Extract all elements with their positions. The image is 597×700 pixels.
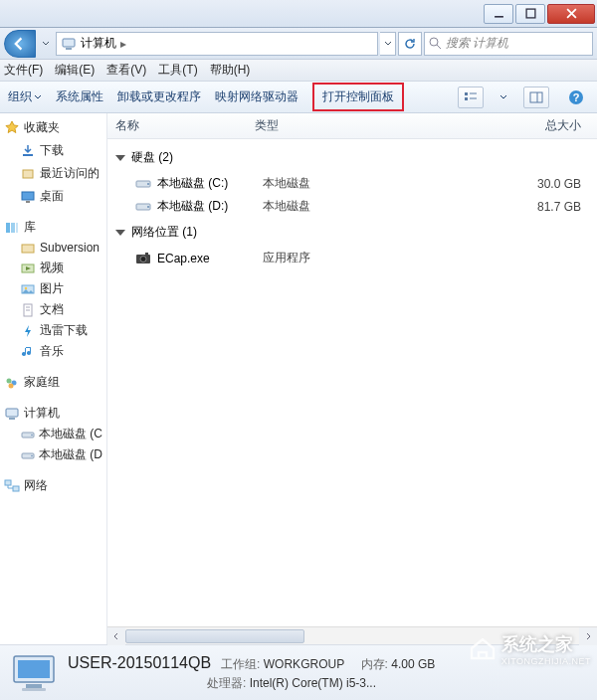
svg-rect-50 bbox=[26, 684, 42, 688]
list-item[interactable]: 本地磁盘 (D:) 本地磁盘 81.7 GB bbox=[107, 195, 597, 218]
svg-point-26 bbox=[25, 286, 27, 288]
column-headers[interactable]: 名称 类型 总大小 bbox=[107, 113, 597, 139]
svg-rect-5 bbox=[66, 48, 72, 50]
drive-icon bbox=[20, 447, 35, 463]
organize-button[interactable]: 组织 bbox=[8, 88, 42, 105]
menu-file[interactable]: 文件(F) bbox=[4, 62, 43, 79]
pictures-icon bbox=[20, 281, 36, 297]
download-icon bbox=[20, 143, 36, 159]
address-dropdown[interactable] bbox=[380, 32, 396, 56]
system-properties-button[interactable]: 系统属性 bbox=[56, 88, 103, 105]
menu-help[interactable]: 帮助(H) bbox=[210, 62, 251, 79]
svg-line-7 bbox=[437, 45, 441, 49]
svg-rect-8 bbox=[465, 92, 468, 95]
network-group[interactable]: 网络 bbox=[2, 475, 104, 496]
favorites-group[interactable]: 收藏夹 bbox=[2, 117, 104, 138]
search-input[interactable]: 搜索 计算机 bbox=[424, 32, 593, 56]
svg-rect-18 bbox=[22, 192, 34, 200]
main-area: 收藏夹 下载 最近访问的 桌面 库 Subversion 视频 图片 文档 迅雷… bbox=[0, 113, 597, 644]
search-placeholder: 搜索 计算机 bbox=[446, 35, 508, 52]
col-type[interactable]: 类型 bbox=[255, 117, 498, 134]
svg-rect-40 bbox=[13, 486, 19, 491]
address-bar-row: 计算机 ▸ 搜索 计算机 bbox=[0, 28, 597, 60]
nav-xunlei[interactable]: 迅雷下载 bbox=[2, 320, 104, 341]
svg-rect-1 bbox=[526, 9, 535, 18]
svg-rect-47 bbox=[145, 253, 148, 255]
nav-videos[interactable]: 视频 bbox=[2, 258, 104, 278]
recent-icon bbox=[20, 166, 36, 182]
svg-rect-33 bbox=[6, 409, 18, 417]
col-name[interactable]: 名称 bbox=[115, 117, 255, 134]
list-item[interactable]: 本地磁盘 (C:) 本地磁盘 30.0 GB bbox=[107, 172, 597, 195]
desktop-icon bbox=[20, 189, 36, 205]
nav-pictures[interactable]: 图片 bbox=[2, 278, 104, 299]
view-mode-button[interactable] bbox=[458, 87, 484, 108]
svg-rect-17 bbox=[23, 170, 33, 178]
svg-rect-20 bbox=[6, 223, 10, 233]
map-network-drive-button[interactable]: 映射网络驱动器 bbox=[215, 88, 298, 105]
watermark: 系统之家 XITONGZHIJIA.NET bbox=[468, 632, 591, 666]
title-bar bbox=[0, 0, 597, 28]
scroll-left-button[interactable] bbox=[107, 627, 125, 645]
collapse-icon bbox=[115, 155, 125, 161]
svg-rect-23 bbox=[22, 245, 34, 253]
computer-group[interactable]: 计算机 bbox=[2, 403, 104, 424]
menu-bar: 文件(F) 编辑(E) 查看(V) 工具(T) 帮助(H) bbox=[0, 60, 597, 82]
network-icon bbox=[4, 478, 20, 494]
section-netloc[interactable]: 网络位置 (1) bbox=[107, 218, 597, 247]
help-button[interactable]: ? bbox=[563, 87, 589, 108]
nav-music[interactable]: 音乐 bbox=[2, 341, 104, 362]
homegroup-group[interactable]: 家庭组 bbox=[2, 372, 104, 393]
camera-icon bbox=[135, 251, 151, 266]
maximize-button[interactable] bbox=[515, 4, 545, 24]
view-mode-dropdown[interactable] bbox=[498, 93, 509, 101]
navigation-pane: 收藏夹 下载 最近访问的 桌面 库 Subversion 视频 图片 文档 迅雷… bbox=[0, 113, 107, 644]
svg-point-6 bbox=[430, 38, 438, 46]
svg-rect-19 bbox=[26, 201, 30, 203]
svg-rect-34 bbox=[9, 418, 15, 420]
nav-downloads[interactable]: 下载 bbox=[2, 140, 104, 161]
svg-rect-49 bbox=[18, 660, 50, 678]
details-title: USER-20150114QB bbox=[68, 654, 211, 671]
homegroup-icon bbox=[4, 375, 20, 391]
menu-edit[interactable]: 编辑(E) bbox=[55, 62, 95, 79]
svg-rect-21 bbox=[11, 223, 15, 233]
search-icon bbox=[429, 37, 442, 50]
star-icon bbox=[4, 120, 20, 136]
uninstall-program-button[interactable]: 卸载或更改程序 bbox=[117, 88, 201, 105]
libraries-group[interactable]: 库 bbox=[2, 217, 104, 238]
svg-point-46 bbox=[140, 256, 146, 262]
refresh-button[interactable] bbox=[398, 32, 422, 56]
drive-icon bbox=[135, 199, 151, 215]
col-size[interactable]: 总大小 bbox=[498, 117, 589, 134]
minimize-button[interactable] bbox=[484, 4, 513, 24]
toolbar: 组织 系统属性 卸载或更改程序 映射网络驱动器 打开控制面板 ? bbox=[0, 82, 597, 113]
nav-drive-c[interactable]: 本地磁盘 (C bbox=[2, 424, 104, 444]
nav-subversion[interactable]: Subversion bbox=[2, 238, 104, 258]
preview-pane-button[interactable] bbox=[523, 87, 549, 108]
open-control-panel-button[interactable]: 打开控制面板 bbox=[312, 83, 404, 111]
back-button[interactable] bbox=[4, 30, 36, 58]
menu-view[interactable]: 查看(V) bbox=[106, 62, 146, 79]
svg-rect-9 bbox=[465, 97, 468, 100]
nav-documents[interactable]: 文档 bbox=[2, 299, 104, 320]
scrollbar-thumb[interactable] bbox=[125, 629, 304, 643]
music-icon bbox=[20, 344, 36, 360]
nav-drive-d[interactable]: 本地磁盘 (D bbox=[2, 444, 104, 465]
address-location: 计算机 bbox=[81, 35, 116, 52]
computer-icon bbox=[4, 406, 20, 422]
svg-rect-12 bbox=[530, 92, 542, 102]
list-item[interactable]: ECap.exe 应用程序 bbox=[107, 247, 597, 269]
section-hdd[interactable]: 硬盘 (2) bbox=[107, 143, 597, 172]
nav-recent[interactable]: 最近访问的 bbox=[2, 163, 104, 184]
drive-icon bbox=[20, 427, 35, 442]
nav-desktop[interactable]: 桌面 bbox=[2, 186, 104, 207]
svg-rect-51 bbox=[22, 688, 46, 691]
menu-tools[interactable]: 工具(T) bbox=[158, 62, 197, 79]
close-button[interactable] bbox=[547, 4, 595, 24]
collapse-icon bbox=[115, 230, 125, 236]
nav-history-dropdown[interactable] bbox=[38, 33, 54, 55]
svg-rect-22 bbox=[16, 223, 18, 233]
svg-point-30 bbox=[7, 378, 12, 383]
address-bar[interactable]: 计算机 ▸ bbox=[56, 32, 378, 56]
